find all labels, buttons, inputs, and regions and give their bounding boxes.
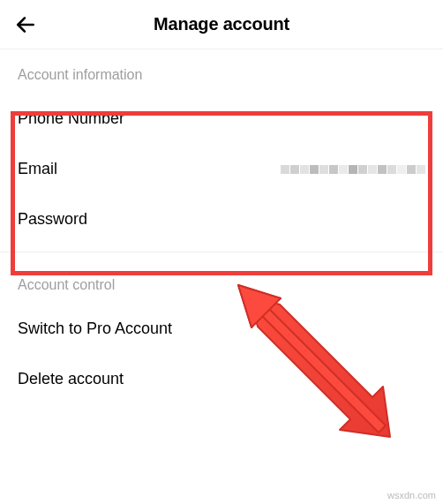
page-title: Manage account [0,14,443,34]
row-email[interactable]: Email [0,144,443,194]
row-phone-number[interactable]: Phone Number [0,94,443,144]
section-header-account-control: Account control [0,260,443,304]
back-button[interactable] [12,11,39,38]
row-label: Switch to Pro Account [18,320,172,338]
arrow-left-icon [14,13,37,36]
email-value-obscured [281,165,425,174]
section-header-account-info: Account information [0,49,443,94]
row-switch-pro[interactable]: Switch to Pro Account [0,304,443,354]
row-label: Email [18,160,57,178]
row-label: Password [18,210,87,229]
row-delete-account[interactable]: Delete account [0,354,443,404]
watermark: wsxdn.com [387,490,436,500]
row-label: Phone Number [18,109,124,128]
row-label: Delete account [18,370,124,388]
row-password[interactable]: Password [0,194,443,244]
header-bar: Manage account [0,0,443,49]
section-divider [0,252,443,252]
